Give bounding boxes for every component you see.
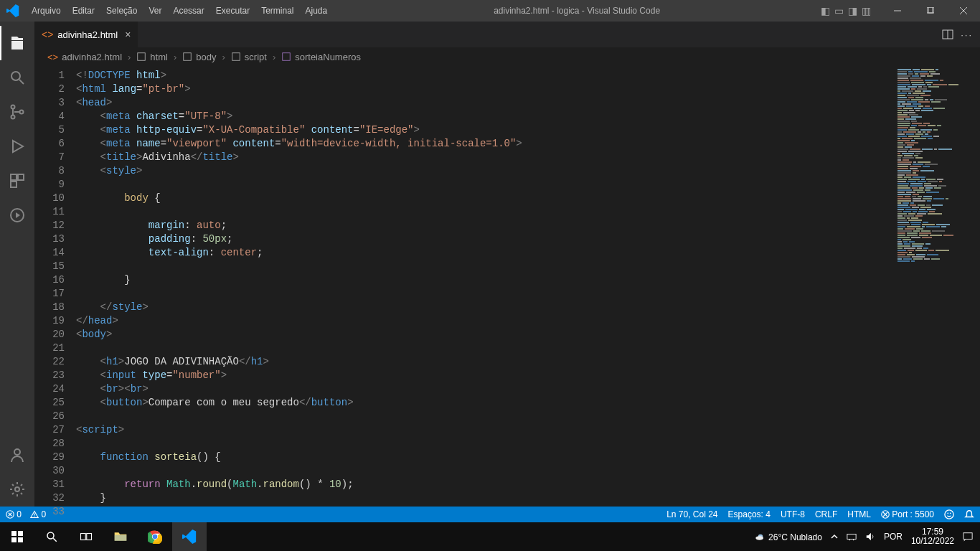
svg-point-19	[945, 510, 953, 519]
status-encoding[interactable]: UTF-8	[781, 509, 805, 519]
layout-icon[interactable]: ▭	[834, 5, 844, 17]
svg-point-2	[11, 72, 20, 80]
svg-rect-0	[927, 7, 933, 13]
activity-live-server[interactable]	[0, 198, 34, 232]
minimap[interactable]	[894, 66, 980, 507]
svg-rect-13	[138, 53, 146, 61]
main: <> adivinha2.html × ··· <> adivinha2.htm…	[0, 22, 980, 507]
windows-taskbar: 26°C Nublado POR 17:59 10/12/2022	[0, 522, 980, 551]
editor-layout-controls[interactable]: ◧ ▭ ◨ ▥	[821, 5, 871, 17]
svg-rect-24	[11, 537, 17, 542]
activity-source-control[interactable]	[0, 95, 34, 129]
start-button[interactable]	[0, 522, 34, 551]
activity-extensions[interactable]	[0, 164, 34, 198]
chevron-right-icon: ›	[222, 52, 225, 62]
taskbar-taskview-icon[interactable]	[69, 522, 103, 551]
svg-rect-1	[928, 7, 934, 13]
editor-group: <> adivinha2.html × ··· <> adivinha2.htm…	[34, 22, 980, 507]
svg-point-21	[950, 512, 951, 514]
tab-label: adivinha2.html	[57, 29, 118, 40]
tab-adivinha2[interactable]: <> adivinha2.html ×	[34, 22, 138, 47]
layout-icon[interactable]: ▥	[862, 5, 871, 17]
tray-chevron-up-icon[interactable]	[831, 533, 838, 540]
breadcrumb-seg[interactable]: script	[231, 52, 267, 62]
status-eol[interactable]: CRLF	[815, 509, 837, 519]
editor-tabs: <> adivinha2.html × ···	[34, 22, 980, 47]
svg-point-4	[11, 116, 15, 119]
svg-rect-22	[11, 531, 17, 536]
menu-executar[interactable]: Executar	[210, 0, 255, 22]
layout-icon[interactable]: ◧	[821, 5, 830, 17]
svg-rect-33	[847, 534, 856, 540]
taskbar-search-icon[interactable]	[34, 522, 69, 551]
svg-rect-27	[81, 534, 86, 540]
status-bar: 0 0 Ln 70, Col 24 Espaços: 4 UTF-8 CRLF …	[0, 507, 980, 522]
status-language[interactable]: HTML	[847, 509, 871, 519]
svg-point-3	[11, 105, 15, 109]
tray-action-center-icon[interactable]	[963, 532, 973, 542]
svg-rect-6	[11, 174, 17, 180]
line-number-gutter: 1234567891011121314151617181920212223242…	[34, 66, 76, 507]
minimize-button[interactable]	[881, 0, 914, 22]
title-bar: Arquivo Editar Seleção Ver Acessar Execu…	[0, 0, 980, 22]
menu-ver[interactable]: Ver	[143, 0, 167, 22]
svg-point-30	[153, 534, 158, 540]
menu-ajuda[interactable]: Ajuda	[300, 0, 334, 22]
status-notifications-icon[interactable]	[964, 509, 974, 519]
more-actions-icon[interactable]: ···	[961, 29, 973, 40]
activity-explorer[interactable]	[0, 26, 34, 60]
status-feedback-icon[interactable]	[944, 509, 954, 519]
tray-language[interactable]: POR	[884, 532, 903, 542]
status-errors[interactable]: 0	[6, 509, 22, 519]
tray-network-icon[interactable]	[847, 532, 857, 542]
taskbar-vscode-icon[interactable]	[172, 522, 207, 551]
svg-rect-7	[18, 174, 24, 180]
svg-rect-15	[232, 53, 240, 61]
status-live-server[interactable]: Port : 5500	[881, 509, 934, 519]
breadcrumb-seg[interactable]: <> adivinha2.html	[47, 52, 122, 62]
vscode-logo-icon	[0, 4, 26, 17]
breadcrumb-seg[interactable]: html	[136, 52, 168, 62]
activity-search[interactable]	[0, 60, 34, 95]
menu-terminal[interactable]: Terminal	[255, 0, 299, 22]
maximize-button[interactable]	[914, 0, 947, 22]
chevron-right-icon: ›	[174, 52, 176, 62]
tab-close-icon[interactable]: ×	[125, 29, 131, 40]
svg-point-10	[14, 449, 20, 455]
svg-rect-8	[11, 182, 17, 187]
code-content[interactable]: <!DOCTYPE html><html lang="pt-br"><head>…	[76, 66, 894, 507]
layout-icon[interactable]: ◨	[848, 5, 857, 17]
menu-selecao[interactable]: Seleção	[100, 0, 143, 22]
system-tray[interactable]: 26°C Nublado POR 17:59 10/12/2022	[748, 527, 980, 546]
breadcrumb-seg[interactable]: body	[182, 52, 216, 62]
editor-area[interactable]: 1234567891011121314151617181920212223242…	[34, 66, 980, 507]
breadcrumb[interactable]: <> adivinha2.html › html › body › script…	[34, 47, 980, 66]
svg-rect-34	[963, 533, 972, 540]
tray-clock[interactable]: 17:59 10/12/2022	[911, 527, 954, 546]
menu-arquivo[interactable]: Arquivo	[26, 0, 67, 22]
tray-volume-icon[interactable]	[865, 532, 875, 542]
weather-widget[interactable]: 26°C Nublado	[755, 531, 822, 542]
svg-rect-14	[184, 53, 192, 61]
taskbar-file-explorer-icon[interactable]	[103, 522, 138, 551]
svg-point-20	[947, 512, 948, 514]
activity-settings[interactable]	[0, 472, 34, 507]
close-button[interactable]	[947, 0, 980, 22]
split-editor-icon[interactable]	[942, 29, 953, 40]
svg-point-26	[47, 532, 54, 539]
taskbar-chrome-icon[interactable]	[138, 522, 172, 551]
activity-accounts[interactable]	[0, 438, 34, 472]
svg-point-5	[20, 110, 24, 114]
menu-acessar[interactable]: Acessar	[167, 0, 209, 22]
menu-editar[interactable]: Editar	[67, 0, 100, 22]
svg-point-32	[755, 536, 763, 540]
chevron-right-icon: ›	[128, 52, 131, 62]
menu-bar: Arquivo Editar Seleção Ver Acessar Execu…	[26, 0, 333, 22]
status-ln-col[interactable]: Ln 70, Col 24	[666, 509, 717, 519]
svg-rect-16	[283, 53, 291, 61]
window-title: adivinha2.html - logica - Visual Studio …	[333, 6, 821, 16]
activity-run-debug[interactable]	[0, 129, 34, 164]
breadcrumb-seg[interactable]: sorteiaNumeros	[281, 52, 361, 62]
html-file-icon: <>	[42, 29, 53, 40]
status-spaces[interactable]: Espaços: 4	[728, 509, 771, 519]
